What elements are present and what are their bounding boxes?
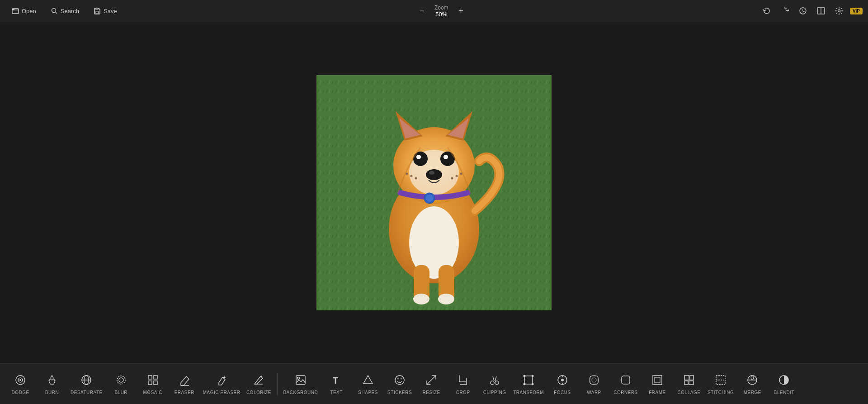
tool-crop[interactable]: CROP	[447, 369, 479, 399]
clipping-label: CLIPPING	[483, 390, 506, 395]
tool-stickers[interactable]: STICKERS	[384, 369, 415, 399]
clipping-icon	[487, 373, 502, 387]
svg-point-30	[415, 177, 417, 180]
redo-button[interactable]	[778, 4, 792, 18]
svg-point-63	[495, 381, 499, 385]
svg-rect-51	[154, 375, 157, 379]
crop-icon	[456, 373, 470, 387]
zoom-in-button[interactable]: +	[456, 5, 467, 16]
svg-point-28	[426, 169, 442, 180]
zoom-out-button[interactable]: −	[416, 5, 427, 16]
tool-transform[interactable]: TRANSFORM	[510, 369, 547, 399]
tool-eraser[interactable]: ERASER	[169, 369, 200, 399]
svg-point-26	[416, 155, 421, 159]
dodge-label: DODGE	[11, 390, 29, 395]
tool-colorize[interactable]: COLORIZE	[243, 369, 274, 399]
eraser-icon	[177, 373, 192, 387]
eraser-label: ERASER	[175, 390, 194, 395]
frame-icon	[650, 373, 665, 387]
merge-label: MERGE	[744, 390, 761, 395]
topbar-left: Open Search Save	[5, 5, 123, 17]
svg-point-33	[451, 177, 453, 180]
svg-rect-66	[524, 376, 533, 384]
save-icon	[94, 7, 101, 14]
vip-badge[interactable]: VIP	[850, 8, 863, 14]
tool-dodge[interactable]: DODGE	[5, 369, 36, 399]
save-label: Save	[104, 8, 117, 14]
stickers-icon	[392, 373, 407, 387]
compare-button[interactable]	[814, 4, 828, 18]
undo-icon	[763, 7, 771, 15]
tool-stitching[interactable]: STITCHING	[705, 369, 736, 399]
tool-burn[interactable]: BURN	[36, 369, 68, 399]
tool-text[interactable]: TTEXT	[321, 369, 352, 399]
tool-corners[interactable]: CORNERS	[610, 369, 642, 399]
collage-label: COLLAGE	[678, 390, 701, 395]
text-icon: T	[329, 373, 344, 387]
svg-point-27	[443, 155, 448, 159]
svg-point-60	[395, 375, 404, 385]
redo-icon	[781, 7, 789, 15]
open-button[interactable]: Open	[5, 5, 42, 17]
svg-rect-5	[96, 8, 98, 10]
focus-label: FOCUS	[554, 390, 571, 395]
svg-rect-56	[296, 375, 305, 385]
svg-line-64	[493, 376, 494, 381]
blendit-icon	[777, 373, 791, 387]
tool-resize[interactable]: RESIZE	[415, 369, 447, 399]
blendit-label: BLENDIT	[774, 390, 794, 395]
tool-blendit[interactable]: BLENDIT	[768, 369, 800, 399]
zoom-label: Zoom	[434, 5, 448, 11]
svg-point-72	[561, 379, 564, 381]
history-icon	[799, 7, 807, 15]
svg-point-62	[491, 381, 494, 385]
tool-frame[interactable]: FRAME	[642, 369, 673, 399]
canvas-area	[0, 22, 868, 363]
tool-desaturate[interactable]: DESATURATE	[68, 369, 105, 399]
svg-rect-79	[655, 377, 660, 383]
burn-label: BURN	[45, 390, 59, 395]
svg-rect-1	[12, 9, 14, 10]
undo-button[interactable]	[760, 4, 774, 18]
compare-icon	[817, 7, 825, 15]
svg-rect-52	[148, 381, 152, 385]
svg-rect-83	[689, 381, 693, 385]
tool-focus[interactable]: FOCUS	[547, 369, 578, 399]
zoom-value: 50%	[435, 11, 447, 18]
magic-eraser-icon	[214, 373, 229, 387]
burn-icon	[45, 373, 59, 387]
tool-warp[interactable]: WARP	[578, 369, 610, 399]
settings-button[interactable]	[832, 4, 846, 18]
svg-point-34	[456, 175, 458, 177]
topbar-center: − Zoom 50% +	[123, 5, 760, 18]
text-label: TEXT	[330, 390, 343, 395]
svg-marker-59	[363, 375, 373, 384]
focus-icon	[555, 373, 570, 387]
search-button[interactable]: Search	[44, 5, 85, 17]
svg-point-38	[413, 294, 429, 304]
resize-label: RESIZE	[423, 390, 440, 395]
svg-line-65	[495, 376, 496, 381]
tool-collage[interactable]: COLLAGE	[673, 369, 705, 399]
tool-blur[interactable]: BLUR	[105, 369, 137, 399]
svg-point-68	[532, 375, 534, 377]
transform-icon	[521, 373, 536, 387]
dodge-icon	[13, 373, 28, 387]
topbar: Open Search Save − Zoom 50% +	[0, 0, 868, 22]
tool-background[interactable]: BACKGROUND	[280, 369, 321, 399]
svg-rect-4	[96, 11, 99, 14]
colorize-label: COLORIZE	[246, 390, 271, 395]
stitching-label: STITCHING	[708, 390, 734, 395]
history-button[interactable]	[796, 4, 810, 18]
stitching-icon	[713, 373, 728, 387]
save-button[interactable]: Save	[87, 5, 123, 17]
tool-mosaic[interactable]: MOSAIC	[137, 369, 169, 399]
topbar-right: VIP	[760, 4, 863, 18]
tool-shapes[interactable]: SHAPES	[352, 369, 384, 399]
search-label: Search	[61, 8, 79, 14]
tool-merge[interactable]: MERGE	[736, 369, 768, 399]
tool-magic-eraser[interactable]: MAGIC ERASER	[200, 369, 243, 399]
shapes-label: SHAPES	[358, 390, 378, 395]
tool-clipping[interactable]: CLIPPING	[479, 369, 510, 399]
merge-icon	[745, 373, 760, 387]
